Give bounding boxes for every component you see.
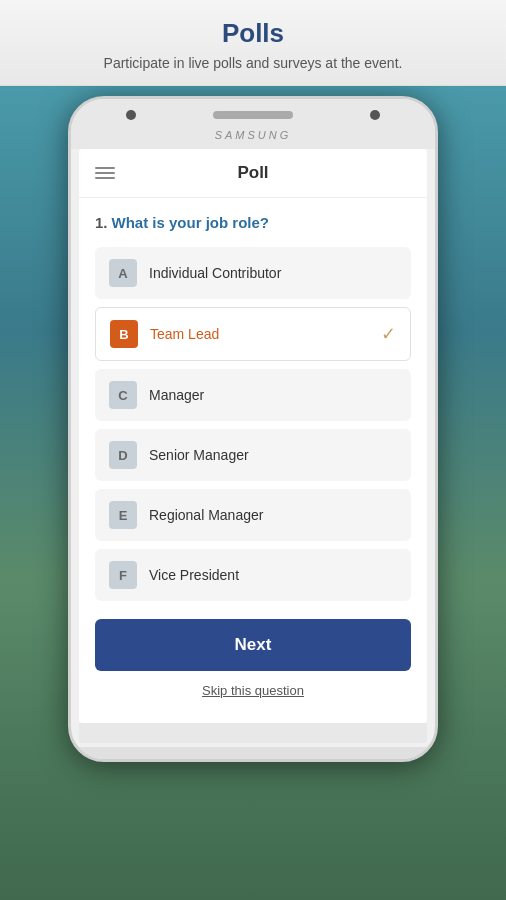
- next-button[interactable]: Next: [95, 619, 411, 671]
- option-e-letter: E: [109, 501, 137, 529]
- camera-right: [370, 110, 380, 120]
- option-f[interactable]: F Vice President: [95, 549, 411, 601]
- background-wrapper: SAMSUNG Poll 1. What is your job role?: [0, 86, 506, 900]
- option-c-letter: C: [109, 381, 137, 409]
- phone-brand: SAMSUNG: [71, 127, 435, 149]
- option-a[interactable]: A Individual Contributor: [95, 247, 411, 299]
- app-header-title: Poll: [115, 163, 391, 183]
- banner-subtitle: Participate in live polls and surveys at…: [20, 55, 486, 71]
- phone-frame: SAMSUNG Poll 1. What is your job role?: [68, 96, 438, 762]
- option-f-letter: F: [109, 561, 137, 589]
- question-text: What is your job role?: [112, 214, 270, 231]
- phone-top-bar: [71, 99, 435, 127]
- skip-link-container: Skip this question: [95, 681, 411, 699]
- option-b-letter: B: [110, 320, 138, 348]
- option-c-text: Manager: [149, 387, 204, 403]
- poll-question: 1. What is your job role?: [95, 214, 411, 231]
- option-e-text: Regional Manager: [149, 507, 263, 523]
- hamburger-menu[interactable]: [95, 167, 115, 179]
- banner-title: Polls: [20, 18, 486, 49]
- option-b-text: Team Lead: [150, 326, 219, 342]
- phone-bottom: [79, 723, 427, 743]
- poll-content: 1. What is your job role? A Individual C…: [79, 198, 427, 723]
- option-d-letter: D: [109, 441, 137, 469]
- option-c[interactable]: C Manager: [95, 369, 411, 421]
- option-d[interactable]: D Senior Manager: [95, 429, 411, 481]
- question-number: 1.: [95, 214, 108, 231]
- phone-bottom-bar: [71, 747, 435, 759]
- phone-screen: Poll 1. What is your job role? A Individ…: [79, 149, 427, 723]
- check-icon: ✓: [381, 323, 396, 345]
- option-b[interactable]: B Team Lead ✓: [95, 307, 411, 361]
- option-f-text: Vice President: [149, 567, 239, 583]
- camera-left: [126, 110, 136, 120]
- phone-speaker: [213, 111, 293, 119]
- app-header: Poll: [79, 149, 427, 198]
- skip-link[interactable]: Skip this question: [202, 683, 304, 698]
- option-d-text: Senior Manager: [149, 447, 249, 463]
- option-e[interactable]: E Regional Manager: [95, 489, 411, 541]
- option-a-text: Individual Contributor: [149, 265, 281, 281]
- top-banner: Polls Participate in live polls and surv…: [0, 0, 506, 86]
- option-a-letter: A: [109, 259, 137, 287]
